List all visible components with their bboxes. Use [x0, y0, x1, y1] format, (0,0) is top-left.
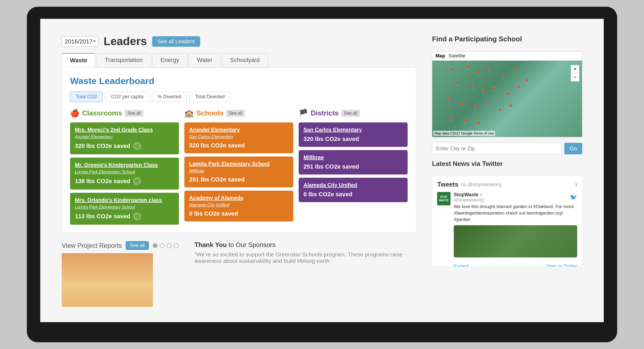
laptop-frame: 2016/2017 2015/2016 Leaders See all Lead…: [27, 7, 617, 342]
year-selector[interactable]: 2016/2017 2015/2016: [62, 36, 98, 47]
filter-pct-diverted[interactable]: % Diverted: [152, 92, 187, 102]
tweet-author: StopWaste ✓ @stopwasteorg 🐦: [454, 192, 577, 202]
school-1-value: 320 lbs CO2e saved: [189, 142, 288, 149]
tweet-item: STOP WASTE StopWaste ✓ @stopwasteorg: [437, 192, 577, 267]
school-entry-3[interactable]: Academy of Alameda Alameda City Unified …: [184, 191, 293, 221]
tweet-handle: @stopwasteorg: [454, 198, 484, 202]
dot-3[interactable]: [167, 243, 171, 248]
map-pins-area: 📍 📍 📍 📍 📍 📍 📍 📍 📍 📍 📍: [432, 62, 582, 137]
report-thumb-image: [62, 253, 153, 307]
map-pin: 📍: [446, 97, 452, 103]
leaderboard-title: Waste Leaderboard: [70, 76, 408, 86]
map-toolbar: Map Satellite: [432, 52, 582, 61]
classroom-3-sub[interactable]: Lomita Park Elementary School: [75, 205, 174, 210]
districts-see-all[interactable]: See all: [341, 110, 360, 117]
tweets-header: Tweets by @stopwasteorg ℹ: [437, 181, 577, 188]
latest-news-title: Latest News via Twitter: [432, 160, 582, 168]
filter-co2-per-capita[interactable]: CO2 per capita: [105, 92, 149, 102]
map-container[interactable]: Map Satellite 📍 📍 📍 📍 📍 📍: [432, 51, 582, 137]
districts-column: 🏴 Districts See all San Carlos Elementar…: [299, 109, 408, 225]
go-button[interactable]: Go: [564, 143, 582, 154]
view-reports-section: View Project Reports See all: [62, 241, 178, 307]
district-3-name[interactable]: Alameda City Unified: [303, 182, 403, 188]
district-entry-2[interactable]: Millbrae 251 lbs CO2e saved: [299, 150, 408, 174]
dot-4[interactable]: [174, 243, 178, 248]
map-pin: 📍: [507, 104, 513, 110]
leaf-icon-2: 🌿: [133, 177, 141, 185]
school-1-sub[interactable]: San Carlos Elementary: [189, 134, 288, 139]
school-entry-1[interactable]: Arundel Elementary San Carlos Elementary…: [184, 122, 293, 153]
leaf-icon-3: 🌿: [133, 212, 141, 220]
classroom-entry-2[interactable]: Mr. Greeno's Kindergarten Class Lomita P…: [70, 158, 179, 190]
district-2-name[interactable]: Millbrae: [303, 154, 403, 161]
tweet-image: [454, 225, 577, 257]
map-tab-satellite[interactable]: Satellite: [448, 53, 466, 59]
view-reports-see-all[interactable]: See all: [126, 241, 149, 250]
sponsor-title: Thank You to Our Sponsors: [195, 241, 416, 249]
find-school-title: Find a Participating School: [432, 35, 582, 43]
map-pin: 📍: [470, 84, 476, 90]
tab-transportation[interactable]: Transportation: [97, 53, 151, 67]
view-on-twitter-link[interactable]: View on Twitter: [546, 264, 577, 267]
districts-title: Districts: [311, 109, 339, 117]
tab-water[interactable]: Water: [189, 53, 221, 67]
report-thumbnail[interactable]: [62, 253, 153, 307]
district-2-value: 251 lbs CO2e saved: [303, 163, 403, 170]
school-2-sub[interactable]: Millbrae: [189, 169, 288, 173]
right-column: Find a Participating School Map Satellit…: [432, 35, 582, 322]
classroom-1-name[interactable]: Mrs. Moreci's 2nd Grade Class: [75, 127, 174, 133]
classroom-entry-3[interactable]: Mrs. Orlando's Kindergarten class Lomita…: [70, 193, 179, 225]
classroom-entry-1[interactable]: Mrs. Moreci's 2nd Grade Class Arundel El…: [70, 122, 179, 154]
dot-1[interactable]: [153, 243, 158, 248]
schools-title: Schools: [196, 109, 224, 117]
category-tabs: Waste Transportation Energy Water School…: [62, 53, 416, 67]
map-pin: 📍: [459, 103, 465, 108]
filter-total-co2[interactable]: Total CO2: [70, 92, 103, 102]
screen: 2016/2017 2015/2016 Leaders See all Lead…: [40, 19, 604, 322]
map-pin: 📍: [513, 68, 519, 74]
schools-see-all[interactable]: See all: [226, 110, 245, 117]
classroom-1-sub[interactable]: Arundel Elementary: [75, 134, 174, 139]
filter-total-diverted[interactable]: Total Diverted: [189, 92, 230, 102]
map-tab-map[interactable]: Map: [436, 53, 445, 59]
map-display: Map Satellite 📍 📍 📍 📍 📍 📍: [432, 52, 582, 137]
leaders-header: 2016/2017 2015/2016 Leaders See all Lead…: [62, 35, 416, 48]
school-2-value: 251 lbs CO2e saved: [189, 176, 288, 183]
map-pin: 📍: [454, 81, 460, 87]
classroom-3-value: 113 lbs CO2e saved 🌿: [75, 212, 174, 220]
map-pin: 📍: [491, 86, 497, 92]
classroom-3-name[interactable]: Mrs. Orlando's Kindergarten class: [75, 197, 174, 203]
map-zoom-out[interactable]: −: [571, 73, 579, 81]
map-zoom-in[interactable]: +: [571, 65, 579, 73]
page-title: Leaders: [104, 35, 147, 48]
map-pin: 📍: [499, 73, 505, 79]
classroom-2-sub[interactable]: Lomita Park Elementary School: [75, 170, 174, 174]
district-1-name[interactable]: San Carlos Elementary: [303, 127, 403, 133]
district-3-value: 0 lbs CO2e saved: [303, 191, 403, 198]
district-entry-1[interactable]: San Carlos Elementary 320 lbs CO2e saved: [299, 122, 408, 147]
see-all-leaders-button[interactable]: See all Leaders: [152, 36, 200, 47]
school-3-sub[interactable]: Alameda City Unified: [189, 203, 288, 208]
map-pin: 📍: [481, 89, 486, 95]
tab-waste[interactable]: Waste: [62, 53, 96, 67]
tweet-avatar: STOP WASTE: [437, 192, 451, 205]
classrooms-see-all[interactable]: See all: [125, 110, 143, 117]
school-3-name[interactable]: Academy of Alameda: [189, 195, 288, 201]
dot-2[interactable]: [160, 243, 164, 248]
map-pin: 📍: [462, 119, 468, 125]
school-2-name[interactable]: Lomita Park Elementary School: [189, 161, 288, 167]
school-entry-2[interactable]: Lomita Park Elementary School Millbrae 2…: [184, 157, 293, 187]
twitter-info-icon[interactable]: ℹ: [575, 181, 577, 187]
schools-icon: 🏫: [184, 109, 194, 118]
school-1-name[interactable]: Arundel Elementary: [189, 127, 288, 133]
tab-schoolyard[interactable]: Schoolyard: [222, 53, 268, 67]
district-entry-3[interactable]: Alameda City Unified 0 lbs CO2e saved: [299, 178, 408, 202]
verified-icon: ✓: [480, 192, 483, 197]
tab-energy[interactable]: Energy: [152, 53, 188, 67]
city-zip-input[interactable]: [432, 143, 562, 155]
classroom-2-name[interactable]: Mr. Greeno's Kindergarten Class: [75, 162, 174, 168]
embed-link[interactable]: Embed: [454, 264, 468, 267]
tweet-text: We love this drought tolerant garden in …: [454, 203, 577, 223]
bottom-section: View Project Reports See all: [62, 233, 416, 315]
map-pin: 📍: [515, 85, 521, 91]
